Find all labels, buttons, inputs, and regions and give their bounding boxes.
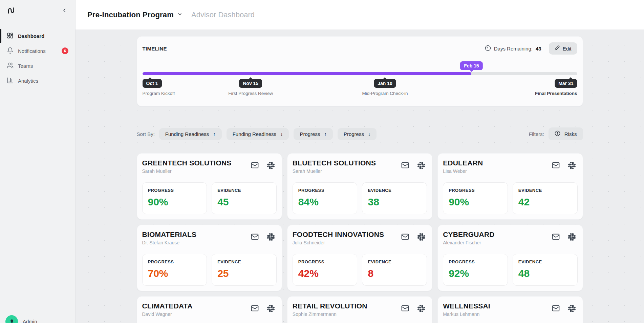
email-button[interactable] — [401, 161, 409, 170]
project-card[interactable]: BLUETECH SOLUTIONS Sarah Mueller PROGRES — [287, 153, 432, 220]
email-button[interactable] — [251, 161, 259, 170]
slack-button[interactable] — [568, 233, 576, 242]
timeline-milestone: Nov 15 First Progress Review — [228, 79, 273, 96]
project-card[interactable]: RETAIL REVOLUTION Sophie Zimmermann PROG — [287, 296, 432, 323]
slack-icon — [417, 233, 425, 242]
timeline-card: TIMELINE Days Remaining: 43 — [137, 36, 583, 106]
sort-direction-arrow-icon: ↑ — [324, 131, 327, 137]
edit-timeline-button[interactable]: Edit — [549, 42, 577, 55]
project-owner: Sophie Zimmermann — [293, 311, 367, 317]
slack-icon — [568, 162, 576, 170]
email-button[interactable] — [552, 304, 560, 314]
mail-icon — [251, 161, 259, 170]
sort-direction-arrow-icon: ↓ — [280, 131, 283, 137]
slack-button[interactable] — [267, 305, 275, 313]
evidence-label: EVIDENCE — [217, 259, 271, 264]
sidebar-item-label: Teams — [18, 63, 33, 69]
milestone-label: Final Presentations — [535, 91, 577, 96]
program-selector[interactable]: Pre-Incubation Program — [87, 11, 183, 19]
sidebar-user-row[interactable]: Admin — [0, 312, 75, 323]
mail-icon — [552, 161, 560, 170]
chevron-down-icon — [177, 12, 183, 18]
project-card[interactable]: CYBERGUARD Alexander Fischer PROGRESS — [437, 225, 583, 291]
progress-value: 42% — [298, 268, 352, 279]
evidence-stat-box: EVIDENCE 45 — [212, 182, 277, 214]
project-card[interactable]: FOODTECH INNOVATIONS Julia Schneider PRO — [287, 225, 432, 291]
project-card[interactable]: BIOMATERIALS Dr. Stefan Krause PROGRESS — [137, 225, 282, 291]
evidence-label: EVIDENCE — [518, 259, 572, 264]
progress-stat-box: PROGRESS 70% — [142, 254, 207, 286]
email-button[interactable] — [552, 161, 560, 170]
project-name: FOODTECH INNOVATIONS — [293, 230, 384, 239]
project-owner: Sarah Mueller — [142, 168, 232, 174]
sort-button[interactable]: Funding Readiness ↑ — [159, 128, 222, 140]
slack-icon — [267, 233, 275, 242]
evidence-value: 48 — [518, 268, 572, 279]
mail-icon — [251, 304, 259, 314]
sort-buttons: Funding Readiness ↑ Funding Readiness ↓ … — [159, 128, 377, 140]
slack-button[interactable] — [417, 162, 425, 170]
sidebar-item-notifications[interactable]: Notifications 6 — [0, 43, 75, 58]
slack-icon — [267, 305, 275, 313]
timeline-progress-fill — [143, 72, 472, 75]
pencil-icon — [555, 45, 560, 52]
dashboard-grid-icon — [7, 32, 14, 40]
timeline-milestone: Oct 1 Program Kickoff — [143, 79, 175, 96]
project-card[interactable]: CLIMATEDATA David Wagner PROGRESS — [137, 296, 282, 323]
evidence-label: EVIDENCE — [368, 188, 421, 193]
project-card[interactable]: GREENTECH SOLUTIONS Sarah Mueller PROGRE — [137, 153, 282, 220]
slack-icon — [417, 305, 425, 313]
days-remaining-label: Days Remaining: — [494, 46, 533, 52]
edit-button-label: Edit — [563, 46, 572, 52]
email-button[interactable] — [401, 233, 409, 242]
sort-button[interactable]: Funding Readiness ↓ — [227, 128, 289, 140]
users-icon — [7, 62, 14, 70]
content-area: TIMELINE Days Remaining: 43 — [76, 29, 644, 323]
slack-button[interactable] — [568, 305, 576, 313]
sidebar-item-analytics[interactable]: Analytics — [0, 73, 75, 88]
email-button[interactable] — [251, 233, 259, 242]
project-card[interactable]: WELLNESSAI Markus Lehmann PROGRESS — [437, 296, 583, 323]
slack-button[interactable] — [417, 233, 425, 242]
sort-button[interactable]: Progress ↓ — [338, 128, 377, 140]
progress-stat-box: PROGRESS 84% — [293, 182, 358, 214]
bell-icon — [7, 47, 14, 55]
sidebar-item-teams[interactable]: Teams — [0, 58, 75, 73]
slack-button[interactable] — [267, 162, 275, 170]
sort-button-label: Progress — [344, 131, 364, 137]
milestone-date-chip: Jan 10 — [374, 79, 396, 88]
progress-label: PROGRESS — [298, 188, 352, 193]
email-button[interactable] — [552, 233, 560, 242]
project-card[interactable]: EDULEARN Lisa Weber PROGRESS 90% — [437, 153, 583, 220]
email-button[interactable] — [401, 304, 409, 314]
bar-chart-icon — [7, 77, 14, 85]
milestone-label: Mid-Program Check-in — [362, 91, 408, 96]
slack-button[interactable] — [417, 305, 425, 313]
project-name: CLIMATEDATA — [142, 302, 193, 310]
milestone-label: Program Kickoff — [143, 91, 175, 96]
project-owner: Lisa Weber — [443, 168, 483, 174]
sort-button[interactable]: Progress ↑ — [294, 128, 333, 140]
risks-filter-button[interactable]: Risks — [549, 127, 583, 140]
project-name: CYBERGUARD — [443, 230, 495, 239]
active-indicator — [0, 29, 1, 43]
days-remaining-value: 43 — [536, 46, 541, 52]
email-button[interactable] — [251, 304, 259, 314]
progress-label: PROGRESS — [449, 188, 502, 193]
sidebar-nav: Dashboard Notifications 6 Teams Analytic… — [0, 21, 75, 88]
project-owner: Julia Schneider — [293, 240, 384, 245]
evidence-value: 38 — [368, 196, 421, 208]
slack-button[interactable] — [267, 233, 275, 242]
sidebar-collapse-button[interactable] — [61, 6, 68, 14]
sidebar: Dashboard Notifications 6 Teams Analytic… — [0, 0, 76, 323]
progress-value: 84% — [298, 196, 352, 208]
progress-label: PROGRESS — [298, 259, 352, 264]
slack-button[interactable] — [568, 162, 576, 170]
progress-value: 92% — [449, 268, 502, 279]
sidebar-item-dashboard[interactable]: Dashboard — [0, 28, 75, 43]
progress-value: 70% — [148, 268, 201, 279]
project-grid: GREENTECH SOLUTIONS Sarah Mueller PROGRE — [137, 153, 583, 323]
timeline-track — [143, 72, 577, 75]
project-name: BIOMATERIALS — [142, 230, 197, 239]
evidence-value: 25 — [217, 268, 271, 279]
